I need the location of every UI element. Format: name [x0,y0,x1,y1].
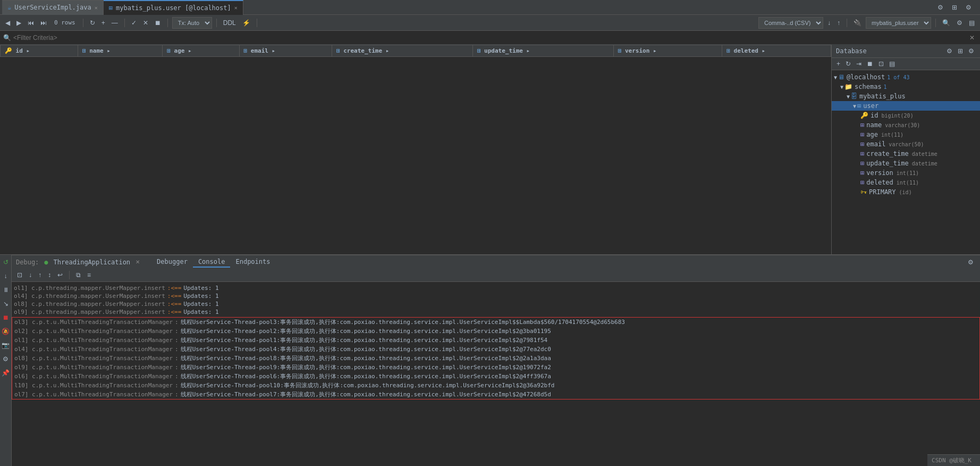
col-name[interactable]: ⊞ name ▸ [78,45,162,57]
db-settings-btn[interactable]: ⚙ [945,47,954,55]
db-split-btn[interactable]: ⊞ [956,47,965,55]
col-version-type: int(11) [897,170,919,176]
ddl-arrow-btn[interactable]: ⚡ [240,18,252,28]
tree-col-deleted[interactable]: ⊞ deleted int(11) [832,178,980,187]
col-email[interactable]: ⊞ email ▸ [239,45,332,57]
tab-close-userservice[interactable]: ✕ [95,5,98,11]
debug-app-icon: ● [44,259,48,266]
pin-btn[interactable]: 📌 [0,368,11,378]
split-icon[interactable]: ⊞ [950,3,959,12]
col-version[interactable]: ⊞ version ▸ [613,45,722,57]
mute-btn[interactable]: 🔕 [0,326,11,337]
console-expand-btn[interactable]: ↕ [46,270,53,280]
line9-val: 线程UserService-Thread-pool8:事务回滚成功,执行体:co… [181,354,551,362]
col-email-label: email [866,140,885,148]
tree-col-email[interactable]: ⊞ email varchar(50) [832,139,980,149]
console-clear-btn[interactable]: ⊡ [15,270,24,280]
tree-primary-index[interactable]: 🗝 PRIMARY (id) [832,187,980,197]
zoom-btn[interactable]: 🔍 [940,18,952,28]
settings-icon[interactable]: ⚙ [935,3,945,12]
pause-btn[interactable]: ⏸ [1,285,11,295]
db-more-btn[interactable]: ⚙ [967,47,976,55]
tree-col-update-time[interactable]: ⊞ update_time datetime [832,159,980,168]
db-add-btn[interactable]: + [835,60,842,68]
tab-debugger[interactable]: Debugger [151,257,193,268]
db-stop-btn[interactable]: ⏹ [865,60,875,68]
status-bar: CSDN @破晓_K [927,454,980,466]
tab-console[interactable]: Console [193,257,231,268]
tree-user-table[interactable]: ▼ ⊞ user [832,101,980,111]
stop-debug-btn[interactable]: ⏹ [1,312,11,323]
col-create-time[interactable]: ⊞ create_time ▸ [332,45,473,57]
tab-close-mybatis[interactable]: ✕ [234,5,238,11]
more-settings-btn[interactable]: ⚙ [954,18,965,28]
rerun-btn[interactable]: ↺ [2,257,10,268]
col-age-label: age [866,131,878,138]
delete-row-btn[interactable]: — [109,18,120,28]
settings-debug-btn[interactable]: ⚙ [1,354,10,364]
tree-col-create-time[interactable]: ⊞ create_time datetime [832,149,980,159]
tree-col-id[interactable]: 🔑 id bigint(20) [832,111,980,120]
table-area[interactable]: 🔑 id ▸ ⊞ name ▸ ⊞ age ▸ ⊞ email ▸ ⊞ crea… [0,45,831,254]
filter-close-btn[interactable]: ✕ [967,33,977,43]
more-icon[interactable]: ⚙ [964,3,974,12]
tree-mybatis-plus[interactable]: ▼ 🗄 mybatis_plus [832,91,980,101]
add-row-btn[interactable]: + [99,18,107,28]
console-down-btn[interactable]: ↓ [27,270,34,280]
rollback-btn[interactable]: ✕ [141,18,150,28]
filter-settings-btn[interactable]: ▤ [967,18,977,28]
console-copy-btn[interactable]: ⧉ [74,270,83,280]
export-btn[interactable]: ↓ [825,18,833,28]
tree-col-age[interactable]: ⊞ age int(11) [832,130,980,139]
console-soft-wrap-btn[interactable]: ↩ [55,270,65,280]
nav-back-btn[interactable]: ◀ [3,18,12,28]
db-filter2-btn[interactable]: ▤ [888,60,897,68]
console-format-btn[interactable]: ≡ [85,270,93,280]
sep2 [124,19,125,27]
tab-mybatis[interactable]: ⊞ mybatis_plus.user [@localhost] ✕ [104,0,243,15]
col-deleted[interactable]: ⊞ deleted ▸ [722,45,831,57]
db-refresh-btn[interactable]: ↻ [844,60,852,68]
refresh-btn[interactable]: ↻ [88,18,97,28]
tree-schemas[interactable]: ▼ 📁 schemas 1 [832,82,980,91]
tree-col-version[interactable]: ⊞ version int(11) [832,168,980,178]
user-table-label: user [863,102,878,110]
import-btn[interactable]: ↑ [835,18,842,28]
nav-forward-btn[interactable]: ▶ [14,18,23,28]
schemas-icon: 📁 [844,83,852,90]
nav-last-btn[interactable]: ⏭ [38,18,49,28]
tx-mode-dropdown[interactable]: Tx: Auto [172,17,212,29]
line4-op: :<== [167,309,182,315]
format-dropdown[interactable]: Comma-..d (CSV) [758,17,823,29]
sep4 [216,19,217,27]
step-btn[interactable]: ↘ [2,298,10,309]
ddl-btn[interactable]: DDL [221,18,238,28]
line5-prefix: ol3] c.p.t.u.MultiThreadingTransactionMa… [14,319,173,326]
debug-close-btn[interactable]: ✕ [133,258,142,266]
tab-endpoints[interactable]: Endpoints [230,257,275,268]
debug-settings-right-btn[interactable]: ⚙ [966,257,976,267]
col-id[interactable]: 🔑 id ▸ [1,45,78,57]
server-dropdown-btn[interactable]: 🔌 [851,18,864,28]
col-age[interactable]: ⊞ age ▸ [163,45,239,57]
step-over-btn[interactable]: ↓ [3,271,9,281]
tree-col-name[interactable]: ⊞ name varchar(30) [832,120,980,130]
db-filter-btn[interactable]: ⊡ [877,60,885,68]
filter-input[interactable] [13,34,965,41]
stop-btn[interactable]: ⏹ [153,18,163,28]
db-jump-btn[interactable]: ⇥ [855,60,863,68]
db-panel: Database ⚙ ⊞ ⚙ + ↻ ⇥ ⏹ ⊡ ▤ ▼ 🖥 [831,45,980,254]
tree-host[interactable]: ▼ 🖥 @localhost 1 of 43 [832,72,980,82]
server-select[interactable]: mybatis_plus.user [866,17,931,29]
commit-btn[interactable]: ✓ [129,18,139,28]
col-update-time[interactable]: ⊞ update_time ▸ [472,45,613,57]
nav-first-btn[interactable]: ⏮ [26,18,36,28]
console-line-9: ol8] c.p.t.u.MultiThreadingTransactionMa… [12,354,979,363]
tab-userservice[interactable]: ☕ UserServiceImpl.java ✕ [2,0,104,15]
line9-colon: : [175,355,179,362]
line12-prefix: l10] c.p.t.u.MultiThreadingTransactionMa… [14,382,173,389]
camera-btn[interactable]: 📷 [0,340,11,351]
line8-prefix: ol4] c.p.t.u.MultiThreadingTransactionMa… [14,346,173,353]
debug-bar: Debug: ● ThreadingApplication ✕ Debugger… [12,255,980,269]
console-up-btn[interactable]: ↑ [36,270,44,280]
